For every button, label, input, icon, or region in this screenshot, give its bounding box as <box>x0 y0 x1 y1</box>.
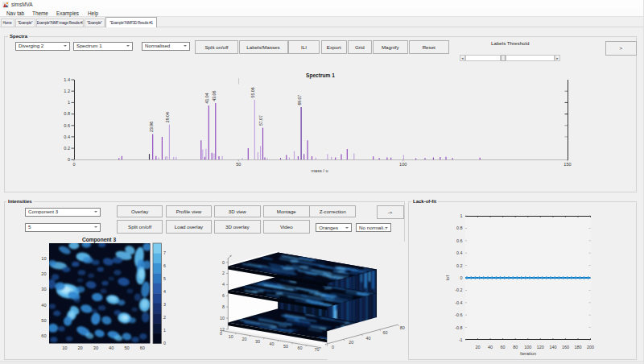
svg-text:2: 2 <box>222 271 225 275</box>
svg-text:20: 20 <box>77 345 82 350</box>
svg-text:5: 5 <box>163 276 166 281</box>
svg-text:4: 4 <box>222 282 225 287</box>
svg-text:40: 40 <box>41 303 46 308</box>
svg-text:29.04: 29.04 <box>165 112 170 122</box>
svg-text:160: 160 <box>562 345 569 350</box>
svg-text:40: 40 <box>365 336 370 341</box>
svg-text:20: 20 <box>349 340 353 345</box>
svg-text:40: 40 <box>270 341 275 346</box>
svg-text:Spectrum 1: Spectrum 1 <box>306 72 335 79</box>
svg-text:0.2: 0.2 <box>456 263 463 268</box>
svg-text:1: 1 <box>68 100 70 105</box>
svg-text:10: 10 <box>229 334 233 339</box>
svg-text:6: 6 <box>222 293 225 298</box>
svg-text:-0.6: -0.6 <box>455 312 462 317</box>
svg-text:60: 60 <box>501 345 506 350</box>
svg-text:-0.2: -0.2 <box>455 287 462 292</box>
svg-text:0: 0 <box>68 157 70 162</box>
svg-text:55.06: 55.06 <box>250 87 255 97</box>
svg-text:70: 70 <box>315 347 320 352</box>
svg-text:1.4: 1.4 <box>64 77 70 82</box>
svg-text:0.4: 0.4 <box>456 250 463 255</box>
svg-text:30: 30 <box>41 287 46 292</box>
svg-text:0.2: 0.2 <box>64 146 70 151</box>
svg-text:43.06: 43.06 <box>212 91 217 101</box>
svg-text:Iteration: Iteration <box>520 351 536 356</box>
svg-text:40: 40 <box>488 345 493 350</box>
svg-text:0.8: 0.8 <box>456 225 463 230</box>
svg-text:1: 1 <box>163 328 166 333</box>
svg-text:4: 4 <box>163 289 166 294</box>
svg-text:0: 0 <box>332 345 334 350</box>
svg-text:0: 0 <box>220 331 222 336</box>
svg-text:mass / u: mass / u <box>311 168 328 173</box>
svg-text:60: 60 <box>298 345 303 350</box>
svg-text:Component 3: Component 3 <box>82 237 116 243</box>
svg-text:100: 100 <box>399 162 407 167</box>
svg-text:-0.8: -0.8 <box>455 325 462 330</box>
svg-text:0.6: 0.6 <box>456 238 463 243</box>
svg-text:0: 0 <box>460 275 463 280</box>
svg-text:2: 2 <box>163 315 166 320</box>
svg-text:20: 20 <box>476 345 481 350</box>
svg-text:1: 1 <box>460 213 463 218</box>
svg-text:100: 100 <box>524 345 531 350</box>
svg-text:180: 180 <box>575 345 582 350</box>
svg-text:-0.4: -0.4 <box>455 300 462 305</box>
svg-text:50: 50 <box>124 345 129 350</box>
svg-text:10: 10 <box>62 345 67 350</box>
svg-text:1.2: 1.2 <box>64 89 70 93</box>
svg-text:50: 50 <box>41 318 46 323</box>
svg-text:0: 0 <box>72 162 75 167</box>
svg-text:20: 20 <box>41 271 46 276</box>
svg-text:150: 150 <box>564 162 571 167</box>
svg-text:30: 30 <box>93 345 98 350</box>
svg-text:8: 8 <box>222 304 225 309</box>
svg-text:0.4: 0.4 <box>64 134 70 139</box>
svg-text:41.04: 41.04 <box>204 93 209 103</box>
svg-text:0.8: 0.8 <box>64 111 70 116</box>
svg-text:140: 140 <box>549 345 556 350</box>
svg-text:3: 3 <box>163 302 166 307</box>
svg-text:80: 80 <box>400 325 405 330</box>
svg-text:lof: lof <box>445 275 450 280</box>
svg-text:80: 80 <box>513 345 518 350</box>
svg-text:0: 0 <box>222 260 225 265</box>
svg-text:120: 120 <box>537 345 544 350</box>
svg-text:0.6: 0.6 <box>64 123 70 128</box>
svg-text:60: 60 <box>140 345 145 350</box>
svg-text:-1: -1 <box>459 337 463 342</box>
svg-text:40: 40 <box>109 345 114 350</box>
svg-text:60: 60 <box>41 333 46 338</box>
svg-text:7: 7 <box>163 250 166 255</box>
svg-text:57.07: 57.07 <box>259 115 264 126</box>
svg-text:10: 10 <box>41 256 46 261</box>
svg-text:23.96: 23.96 <box>149 122 154 132</box>
svg-text:60: 60 <box>383 330 388 335</box>
svg-text:10: 10 <box>220 316 225 321</box>
svg-text:69.07: 69.07 <box>297 95 302 105</box>
svg-text:200: 200 <box>587 345 594 350</box>
svg-text:20: 20 <box>242 337 247 341</box>
svg-text:50: 50 <box>236 162 241 167</box>
svg-text:30: 30 <box>255 339 260 344</box>
svg-text:6: 6 <box>163 263 166 268</box>
svg-text:0: 0 <box>163 341 166 345</box>
svg-text:50: 50 <box>283 344 288 349</box>
